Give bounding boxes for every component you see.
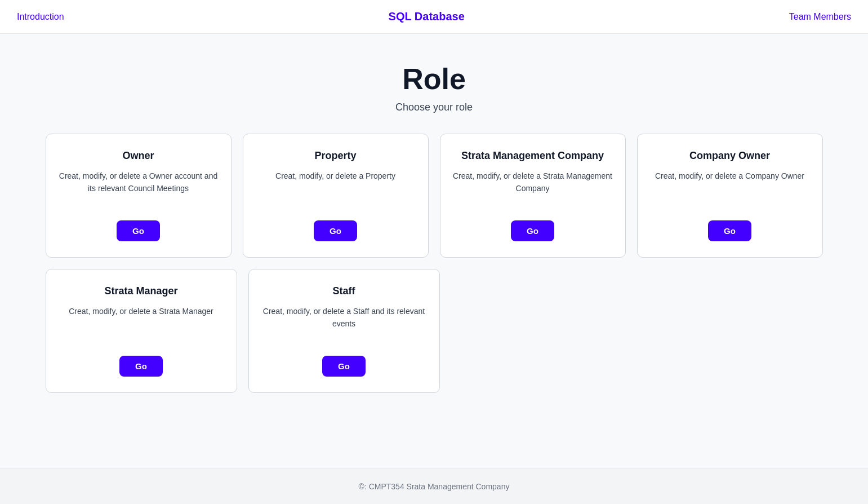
- main-content: Role Choose your role OwnerCreat, modify…: [0, 34, 868, 468]
- card-property: PropertyCreat, modify, or delete a Prope…: [243, 134, 429, 258]
- footer-text: ©: CMPT354 Srata Management Company: [359, 482, 510, 491]
- card-company-owner: Company OwnerCreat, modify, or delete a …: [637, 134, 823, 258]
- card-description-staff: Creat, modify, or delete a Staff and its…: [260, 305, 428, 346]
- card-staff: StaffCreat, modify, or delete a Staff an…: [248, 269, 440, 393]
- go-button-staff[interactable]: Go: [322, 356, 366, 377]
- card-title-property: Property: [314, 150, 356, 162]
- top-nav: Introduction SQL Database Team Members: [0, 0, 868, 34]
- card-title-strata-manager: Strata Manager: [104, 285, 177, 297]
- card-title-company-owner: Company Owner: [689, 150, 770, 162]
- go-button-strata-manager[interactable]: Go: [119, 356, 163, 377]
- card-strata-management-company: Strata Management CompanyCreat, modify, …: [440, 134, 626, 258]
- go-button-property[interactable]: Go: [314, 220, 357, 241]
- card-owner: OwnerCreat, modify, or delete a Owner ac…: [46, 134, 232, 258]
- cards-container: OwnerCreat, modify, or delete a Owner ac…: [46, 134, 823, 393]
- page-subtitle: Choose your role: [395, 101, 473, 113]
- page-footer: ©: CMPT354 Srata Management Company: [0, 468, 868, 504]
- team-members-link[interactable]: Team Members: [789, 12, 851, 22]
- card-title-strata-management-company: Strata Management Company: [461, 150, 604, 162]
- card-title-owner: Owner: [122, 150, 154, 162]
- go-button-strata-management-company[interactable]: Go: [511, 220, 554, 241]
- card-description-strata-manager: Creat, modify, or delete a Strata Manage…: [69, 305, 213, 346]
- header-title: SQL Database: [389, 10, 465, 23]
- cards-row-2: Strata ManagerCreat, modify, or delete a…: [46, 269, 823, 393]
- go-button-company-owner[interactable]: Go: [708, 220, 751, 241]
- card-description-property: Creat, modify, or delete a Property: [275, 170, 395, 210]
- card-description-owner: Creat, modify, or delete a Owner account…: [57, 170, 220, 210]
- card-title-staff: Staff: [333, 285, 355, 297]
- page-title: Role: [402, 62, 466, 96]
- cards-row-1: OwnerCreat, modify, or delete a Owner ac…: [46, 134, 823, 258]
- go-button-owner[interactable]: Go: [117, 220, 160, 241]
- intro-link[interactable]: Introduction: [17, 12, 64, 22]
- card-description-strata-management-company: Creat, modify, or delete a Strata Manage…: [452, 170, 614, 210]
- card-strata-manager: Strata ManagerCreat, modify, or delete a…: [46, 269, 237, 393]
- card-description-company-owner: Creat, modify, or delete a Company Owner: [655, 170, 804, 210]
